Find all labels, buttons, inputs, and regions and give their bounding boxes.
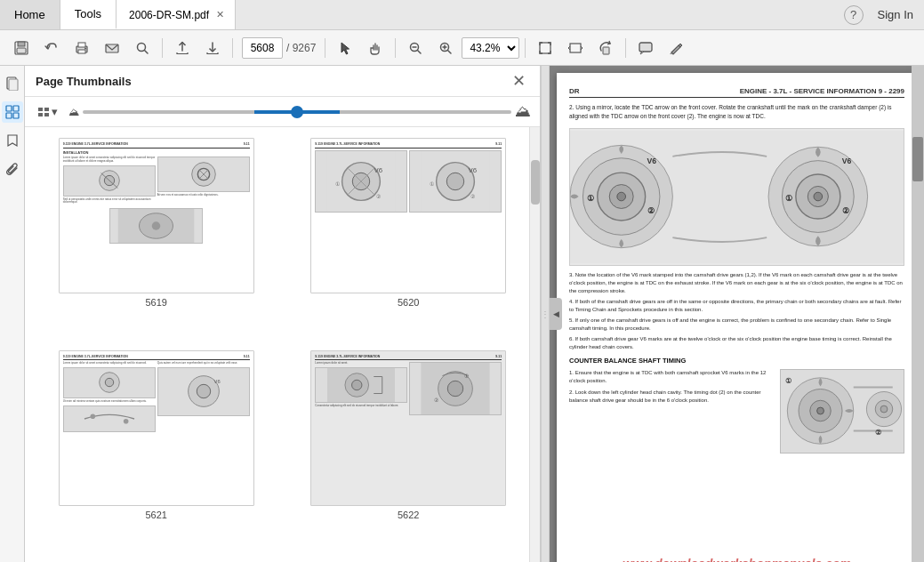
thumbnail-image-5622[interactable]: 9.119 ENGINE 3.7L-SERVICE INFORMATION9-1…: [310, 350, 506, 506]
svg-text:②: ②: [875, 429, 881, 437]
pages-icon: [5, 76, 20, 91]
thumbnail-label-5621: 5621: [146, 510, 167, 520]
undo-button[interactable]: [37, 35, 66, 61]
svg-point-49: [447, 173, 464, 189]
bookmarks-icon: [5, 133, 20, 148]
fit-page-button[interactable]: [531, 35, 559, 61]
svg-text:V6: V6: [647, 157, 657, 165]
thumbnail-item-5622[interactable]: 9.119 ENGINE 3.7L-SERVICE INFORMATION9-1…: [288, 350, 530, 552]
thumb-diagram-1: [64, 166, 155, 196]
svg-point-84: [814, 192, 823, 201]
print-button[interactable]: [68, 35, 96, 61]
save-icon: [13, 40, 29, 56]
upload-icon: [174, 40, 190, 56]
menu-tab-tools[interactable]: Tools: [60, 0, 117, 29]
sidebar-icon-thumbnails[interactable]: [2, 101, 23, 123]
thumb-diagram-4: V6 ① ②: [316, 151, 406, 212]
thumbnail-size-slider[interactable]: [83, 110, 511, 114]
page-number-input[interactable]: [242, 37, 283, 59]
sidebar-icon-attachments[interactable]: [2, 158, 23, 180]
zoom-in-button[interactable]: [431, 35, 460, 61]
svg-point-40: [152, 222, 161, 231]
toolbar-separator-1: [162, 38, 163, 58]
thumbnail-image-5619[interactable]: 9.119 ENGINE 3.7L-SERVICE INFORMATION9-1…: [59, 138, 254, 293]
thumbnail-label-5619: 5619: [146, 297, 167, 308]
hand-tool-button[interactable]: [361, 35, 390, 61]
email-icon: [104, 40, 120, 56]
search-icon: [134, 40, 150, 56]
size-small-icon: ⛰: [68, 106, 79, 118]
view-dropdown-arrow: ▾: [52, 105, 58, 118]
file-tab[interactable]: 2006-DR-SM.pdf ✕: [117, 0, 236, 29]
document-scrollbar[interactable]: [912, 66, 924, 562]
svg-text:V6: V6: [842, 157, 852, 165]
thumbnail-label-5622: 5622: [398, 510, 419, 520]
svg-rect-20: [639, 43, 652, 52]
svg-rect-18: [570, 44, 581, 52]
thumbnail-scrollbar[interactable]: [529, 127, 540, 562]
thumbnail-item-5619[interactable]: 9.119 ENGINE 3.7L-SERVICE INFORMATION9-1…: [36, 138, 277, 340]
home-label: Home: [14, 8, 45, 21]
close-tab-button[interactable]: ✕: [214, 7, 226, 22]
sidebar-icon-pages[interactable]: [2, 73, 23, 94]
thumb-diagram-5: V6 ① ②: [410, 151, 501, 212]
save-button[interactable]: [7, 35, 36, 61]
search-button[interactable]: [128, 35, 157, 61]
fit-width-icon: [567, 40, 583, 56]
thumbnail-label-5620: 5620: [398, 297, 419, 308]
comment-icon: [638, 40, 654, 56]
thumbnail-image-5621[interactable]: 9.119 ENGINE 3.7L-SERVICE INFORMATION9-1…: [59, 350, 254, 506]
zoom-in-icon: [438, 40, 454, 56]
panel-resize-handle[interactable]: ⋮: [541, 66, 550, 562]
panel-collapse-button[interactable]: ◀: [550, 298, 562, 330]
thumbnail-scroll-thumb[interactable]: [531, 160, 540, 205]
download-icon: [205, 40, 221, 56]
svg-rect-1: [18, 42, 25, 46]
download-button[interactable]: [198, 35, 227, 61]
attachments-icon: [5, 162, 20, 176]
doc-header-right: ENGINE - 3.7L - SERVICE INFORMATION 9 - …: [740, 87, 904, 95]
rotate-button[interactable]: [591, 35, 620, 61]
svg-line-16: [448, 50, 452, 53]
engine-diagram-svg: V6 ① ②: [570, 129, 904, 265]
fit-page-icon: [537, 40, 553, 56]
thumb-diagram-7: [64, 406, 155, 431]
fit-width-button[interactable]: [561, 35, 590, 61]
help-button[interactable]: ?: [844, 5, 864, 25]
comment-button[interactable]: [631, 35, 660, 61]
svg-rect-27: [38, 108, 43, 111]
page-navigation: / 9267: [242, 37, 316, 59]
sidebar-icon-bookmarks[interactable]: [2, 130, 23, 151]
svg-text:②: ②: [842, 206, 849, 215]
zoom-select[interactable]: 43.2% 25% 50% 75% 100% 125% 150% 200%: [462, 37, 519, 59]
svg-text:①: ①: [785, 376, 791, 384]
thumbnail-view-button[interactable]: ▾: [34, 103, 61, 120]
file-tab-label: 2006-DR-SM.pdf: [129, 9, 209, 21]
watermark: www.downloadworkshopmanuals.com: [557, 557, 917, 562]
draw-button[interactable]: [662, 35, 690, 61]
doc-main-diagram: V6 ① ②: [569, 128, 904, 266]
email-button[interactable]: [98, 35, 126, 61]
upload-button[interactable]: [168, 35, 197, 61]
menu-bar: Home Tools 2006-DR-SM.pdf ✕ ? Sign In: [0, 0, 924, 30]
thumbnail-panel: Page Thumbnails ✕ ▾ ⛰ ⛰: [25, 66, 541, 562]
doc-cbs-step1: 1. Ensure that the engine is at TDC with…: [569, 369, 773, 385]
document-scroll-thumb[interactable]: [912, 137, 923, 181]
signin-button[interactable]: Sign In: [878, 8, 913, 21]
thumbnail-page-content-5621: 9.119 ENGINE 3.7L-SERVICE INFORMATION9-1…: [60, 351, 253, 505]
thumbnail-item-5620[interactable]: 9.119 ENGINE 3.7L-SERVICE INFORMATION9-1…: [288, 138, 530, 340]
svg-rect-28: [44, 108, 49, 111]
thumbnail-image-5620[interactable]: 9.119 ENGINE 3.7L-SERVICE INFORMATION9-1…: [310, 138, 506, 293]
menu-tab-home[interactable]: Home: [0, 0, 60, 29]
select-tool-button[interactable]: [331, 35, 359, 61]
thumbnail-page-content-5619: 9.119 ENGINE 3.7L-SERVICE INFORMATION9-1…: [60, 139, 253, 293]
zoom-out-button[interactable]: [401, 35, 430, 61]
thumbnail-item-5621[interactable]: 9.119 ENGINE 3.7L-SERVICE INFORMATION9-1…: [36, 350, 277, 552]
svg-rect-5: [78, 50, 85, 53]
thumbnail-close-button[interactable]: ✕: [509, 73, 529, 89]
doc-cbs-section: 1. Ensure that the engine is at TDC with…: [569, 369, 904, 454]
svg-rect-19: [603, 47, 609, 54]
thumb-diagram-6: [64, 368, 155, 397]
svg-text:①: ①: [430, 181, 434, 186]
left-sidebar: [0, 66, 25, 562]
